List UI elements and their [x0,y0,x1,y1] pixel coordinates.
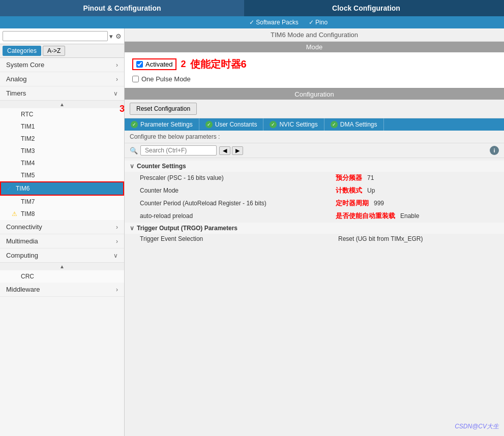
sidebar-item-middleware[interactable]: Middleware › [0,283,124,297]
tab-categories[interactable]: Categories [3,46,41,56]
tab-atoz-label: A->Z [47,47,61,54]
tab-atoz[interactable]: A->Z [43,46,65,56]
config-tabs: ✓ Parameter Settings ✓ User Constants ✓ … [125,118,504,131]
config-section: Configuration 3 Reset Configuration ✓ Pa… [125,89,504,436]
tim3-label: TIM3 [21,147,35,154]
multimedia-arrow: › [116,238,118,245]
config-header: Configuration [125,89,504,100]
nvic-tab-label: NVIC Settings [279,121,317,128]
pinout2-btn[interactable]: ✓ Pino [304,16,333,28]
connectivity-arrow: › [116,224,118,231]
counter-settings-group: ∨ Counter Settings Prescaler (PSC - 16 b… [125,161,504,223]
sidebar-child-tim1[interactable]: TIM1 [0,120,124,133]
trgo-chevron: ∨ [130,225,134,232]
sidebar-child-tim5[interactable]: TIM5 [0,169,124,181]
timers-arrow: ∨ [113,90,118,97]
config-header-text: Configuration [294,90,334,98]
parameter-tab-label: Parameter Settings [140,121,193,128]
sidebar-item-connectivity[interactable]: Connectivity › [0,220,124,234]
timers-label: Timers [6,89,26,97]
tim4-icon [10,159,18,167]
gear-icon[interactable]: ⚙ [115,33,122,40]
prescaler-value: 71 [367,174,374,181]
annotation-2-num: 2 [181,59,186,70]
activated-label: Activated [145,60,172,68]
timers-children: ▲ RTC TIM1 TIM2 [0,101,124,220]
config-search-bar: 🔍 ◀ ▶ i [125,143,504,158]
remaining-tab [488,0,504,16]
connectivity-label: Connectivity [6,223,42,231]
sidebar-child-tim2[interactable]: TIM2 [0,133,124,145]
software-packs-btn[interactable]: ✓ Software Packs [244,16,304,28]
mode-section: Mode Activated 2 使能定时器6 One Pulse Mode [125,42,504,89]
search-next-button[interactable]: ▶ [232,146,243,155]
computing-header[interactable]: Computing ∨ [0,248,124,263]
sidebar-section-computing: Computing ∨ ▲ CRC [0,248,124,283]
rtc-label: RTC [21,111,33,118]
clock-tab[interactable]: Clock Configuration [244,0,488,16]
right-panel: TIM6 Mode and Configuration Mode Activat… [125,28,504,436]
config-description-text: Configure the below parameters : [130,133,220,140]
sidebar-child-tim4[interactable]: TIM4 [0,157,124,169]
scroll-up-icon: ▲ [60,102,65,107]
middleware-arrow: › [116,286,118,293]
multimedia-label: Multimedia [6,237,38,245]
tim1-icon [10,122,18,131]
tab-parameter-settings[interactable]: ✓ Parameter Settings [125,118,199,131]
nvic-tab-icon: ✓ [270,121,277,128]
trigger-event-row: Trigger Event Selection Reset (UG bit fr… [125,234,504,244]
sidebar-child-tim6[interactable]: ✓ TIM6 [0,181,124,196]
analog-arrow: › [116,76,118,83]
counter-settings-header[interactable]: ∨ Counter Settings [125,161,504,172]
info-icon: i [490,146,499,155]
one-pulse-checkbox[interactable] [132,76,139,82]
computing-label: Computing [6,252,38,259]
tab-dma-settings[interactable]: ✓ DMA Settings [324,118,384,131]
dropdown-arrow[interactable]: ▾ [109,33,113,40]
system-core-arrow: › [116,61,118,69]
dma-tab-label: DMA Settings [340,121,377,128]
config-search-input[interactable] [140,145,217,155]
pinout-tab[interactable]: Pinout & Configuration [0,0,244,16]
one-pulse-label: One Pulse Mode [141,75,191,83]
activated-checkbox[interactable] [136,61,143,68]
sidebar-child-crc[interactable]: CRC [0,270,124,283]
sidebar-item-multimedia[interactable]: Multimedia › [0,234,124,248]
tim1-label: TIM1 [21,123,35,130]
sidebar-child-tim3[interactable]: TIM3 [0,145,124,157]
tim2-icon [10,135,18,143]
config-description: Configure the below parameters : [125,131,504,143]
tim8-warn-icon: ⚠ [10,210,18,218]
activated-row: Activated 2 使能定时器6 [132,57,496,71]
sidebar: ▾ ⚙ Categories A->Z System Core › Analog… [0,28,125,436]
sidebar-item-analog[interactable]: Analog › [0,72,124,86]
search-nav: ◀ ▶ [219,146,243,155]
user-constants-tab-label: User Constants [215,121,257,128]
sidebar-child-tim7[interactable]: TIM7 [0,196,124,208]
timers-header[interactable]: Timers ∨ [0,86,124,101]
reset-config-button[interactable]: Reset Configuration [130,103,197,115]
auto-reload-row: auto-reload preload 是否使能自动重装载 Enable [125,210,504,223]
content-title-text: TIM6 Mode and Configuration [271,31,358,39]
trgo-group: ∨ Trigger Output (TRGO) Parameters Trigg… [125,223,504,244]
tim5-label: TIM5 [21,172,35,179]
tim6-label: TIM6 [16,185,29,192]
search-icon: 🔍 [130,147,138,154]
sidebar-child-rtc[interactable]: RTC [0,108,124,120]
sidebar-search-bar: ▾ ⚙ [0,28,124,44]
timers-scroll-up[interactable]: ▲ [0,101,124,108]
tab-user-constants[interactable]: ✓ User Constants [199,118,264,131]
software-packs-label: ✓ Software Packs [249,19,299,26]
tim5-icon [10,171,18,179]
parameter-tab-icon: ✓ [131,121,138,128]
tim7-label: TIM7 [21,198,35,205]
annotation-2-text: 使能定时器6 [190,57,247,71]
computing-scroll-up[interactable]: ▲ [0,263,124,270]
search-input[interactable] [3,31,108,41]
tab-nvic-settings[interactable]: ✓ NVIC Settings [263,118,324,131]
search-prev-button[interactable]: ◀ [219,146,230,155]
tim6-check-icon: ✓ [5,184,13,193]
sidebar-item-system-core[interactable]: System Core › [0,58,124,72]
trgo-header[interactable]: ∨ Trigger Output (TRGO) Parameters [125,223,504,234]
sidebar-child-tim8[interactable]: ⚠ TIM8 [0,208,124,220]
